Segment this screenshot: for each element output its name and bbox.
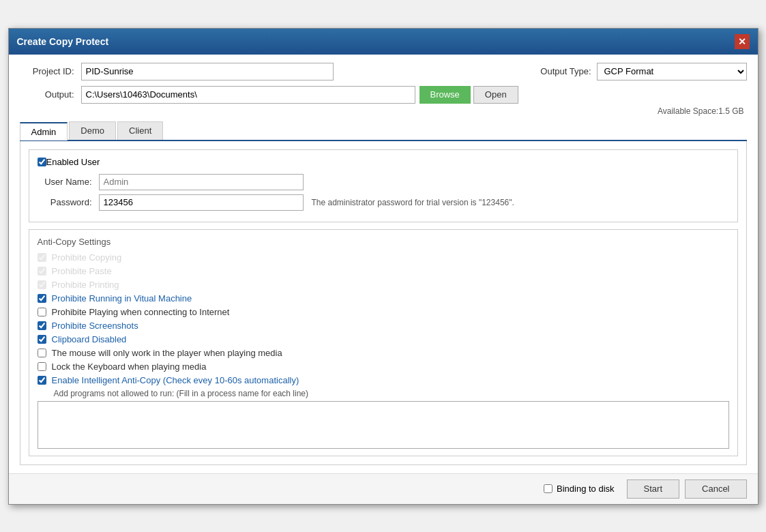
- available-space: Available Space:1.5 GB: [20, 106, 747, 116]
- checkbox-prohibite-internet[interactable]: [38, 308, 46, 316]
- checkbox-row-printing: Prohibite Printing: [38, 280, 729, 290]
- checkbox-prohibite-screenshots[interactable]: [38, 321, 46, 330]
- checkbox-prohibite-printing: [38, 280, 46, 289]
- password-label: Password:: [38, 197, 99, 207]
- checkbox-mouse-player[interactable]: [38, 349, 46, 357]
- enabled-user-checkbox[interactable]: [38, 158, 46, 166]
- output-row: Output: Browse Open: [20, 86, 747, 104]
- password-input[interactable]: [99, 194, 304, 211]
- title-bar: Create Copy Protect ✕: [9, 29, 758, 55]
- enabled-user-label: Enabled User: [46, 157, 100, 167]
- label-lock-keyboard: Lock the Keyboard when playing media: [52, 361, 207, 372]
- checkbox-row-keyboard: Lock the Keyboard when playing media: [38, 361, 729, 372]
- label-prohibite-screenshots: Prohibite Screenshots: [52, 321, 138, 331]
- output-type-label: Output Type:: [540, 66, 591, 76]
- checkbox-row-screenshots: Prohibite Screenshots: [38, 321, 729, 331]
- close-button[interactable]: ✕: [735, 34, 750, 49]
- enabled-user-row: Enabled User: [38, 157, 729, 167]
- tab-admin[interactable]: Admin: [20, 122, 68, 141]
- checkbox-intelligent-anticopy[interactable]: [38, 376, 46, 385]
- programs-textarea[interactable]: [38, 401, 729, 449]
- bottom-bar: Binding to disk Start Cancel: [9, 473, 758, 504]
- tab-content-admin: Enabled User User Name: Password: The ad…: [20, 141, 747, 465]
- label-intelligent-anticopy: Enable Intelligent Anti-Copy (Check evey…: [52, 375, 299, 385]
- checkbox-prohibite-copying: [38, 253, 46, 262]
- checkbox-prohibite-paste: [38, 267, 46, 276]
- checkbox-row-virtual: Prohibite Running in Vitual Machine: [38, 293, 729, 304]
- enabled-user-section: Enabled User User Name: Password: The ad…: [29, 149, 738, 222]
- open-button[interactable]: Open: [473, 86, 518, 104]
- dialog-title: Create Copy Protect: [17, 36, 109, 47]
- project-id-label: Project ID:: [20, 66, 81, 76]
- tab-demo[interactable]: Demo: [69, 121, 116, 140]
- label-prohibite-paste: Prohibite Paste: [52, 266, 112, 276]
- checkbox-row-mouse: The mouse will only work in the player w…: [38, 348, 729, 358]
- programs-label: Add programs not allowed to run: (Fill i…: [54, 389, 729, 398]
- binding-to-disk-checkbox[interactable]: [544, 484, 553, 493]
- checkbox-lock-keyboard[interactable]: [38, 362, 46, 371]
- password-row: Password: The administrator password for…: [38, 194, 729, 211]
- project-id-input[interactable]: [81, 63, 334, 80]
- checkbox-row-clipboard: Clipboard Disabled: [38, 334, 729, 344]
- label-clipboard-disabled: Clipboard Disabled: [52, 334, 127, 344]
- dialog-window: Create Copy Protect ✕ Project ID: Output…: [8, 28, 758, 505]
- cancel-button[interactable]: Cancel: [685, 479, 746, 499]
- output-path-input[interactable]: [81, 86, 415, 104]
- start-button[interactable]: Start: [627, 479, 679, 499]
- binding-label: Binding to disk: [557, 484, 615, 494]
- checkbox-clipboard-disabled[interactable]: [38, 335, 46, 344]
- tabs-container: Admin Demo Client: [20, 121, 747, 141]
- label-prohibite-printing: Prohibite Printing: [52, 280, 119, 290]
- checkbox-row-copying: Prohibite Copying: [38, 252, 729, 263]
- anti-copy-title: Anti-Copy Settings: [38, 237, 729, 247]
- checkbox-row-intelligent: Enable Intelligent Anti-Copy (Check evey…: [38, 375, 729, 385]
- checkbox-row-internet: Prohibite Playing when connecting to Int…: [38, 307, 729, 317]
- output-type-select[interactable]: GCP Format ISO Format: [597, 63, 747, 80]
- label-mouse-player: The mouse will only work in the player w…: [52, 348, 282, 358]
- password-note: The administrator password for trial ver…: [312, 198, 514, 207]
- dialog-body: Project ID: Output Type: GCP Format ISO …: [9, 55, 758, 473]
- binding-row: Binding to disk: [544, 484, 615, 494]
- anti-copy-section: Anti-Copy Settings Prohibite Copying Pro…: [29, 229, 738, 456]
- label-prohibite-virtual: Prohibite Running in Vitual Machine: [52, 293, 192, 304]
- label-prohibite-internet: Prohibite Playing when connecting to Int…: [52, 307, 230, 317]
- tab-client[interactable]: Client: [117, 121, 163, 140]
- browse-button[interactable]: Browse: [419, 86, 471, 104]
- checkbox-row-paste: Prohibite Paste: [38, 266, 729, 276]
- label-prohibite-copying: Prohibite Copying: [52, 252, 122, 263]
- output-label: Output:: [20, 89, 81, 100]
- user-name-input[interactable]: [99, 174, 304, 190]
- user-name-label: User Name:: [38, 177, 99, 187]
- checkbox-prohibite-virtual[interactable]: [38, 294, 46, 303]
- username-row: User Name:: [38, 174, 729, 190]
- output-type-container: Output Type: GCP Format ISO Format: [540, 63, 746, 80]
- project-output-row: Project ID: Output Type: GCP Format ISO …: [20, 63, 747, 80]
